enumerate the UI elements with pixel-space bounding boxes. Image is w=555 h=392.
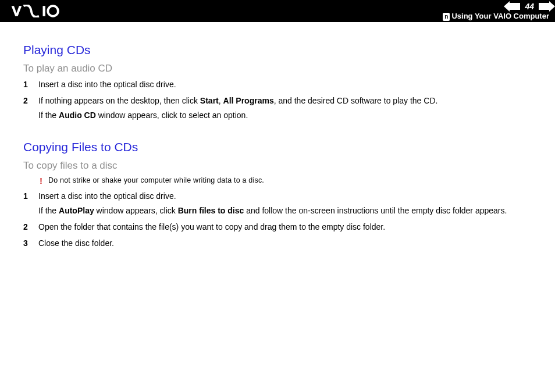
svg-rect-0 [43,6,45,16]
page-number: 44 [525,2,534,11]
step-text: Insert a disc into the optical disc driv… [38,79,542,91]
warning-note: ! Do not strike or shake your computer w… [40,176,542,185]
step-text: Open the folder that contains the file(s… [38,222,542,233]
step-number: 1 [23,79,30,91]
step-number: 2 [23,222,30,233]
svg-point-1 [48,6,58,16]
step-text: Close the disc folder. [38,238,542,250]
subheading-to-play-audio-cd: To play an audio CD [23,63,542,74]
list-item: 1 Insert a disc into the optical disc dr… [23,191,542,217]
list-item: 1 Insert a disc into the optical disc dr… [23,79,542,91]
playing-cds-steps: 1 Insert a disc into the optical disc dr… [23,79,542,122]
vaio-logo [10,5,69,17]
heading-copying-files: Copying Files to CDs [23,140,542,154]
breadcrumb: nUsing Your VAIO Computer [443,12,549,21]
step-number: 1 [23,191,30,217]
list-item: 2 If nothing appears on the desktop, the… [23,95,542,122]
step-number: 2 [23,95,30,122]
copying-files-steps: 1 Insert a disc into the optical disc dr… [23,191,542,249]
warning-text: Do not strike or shake your computer whi… [48,176,264,184]
step-text: If nothing appears on the desktop, then … [38,95,542,122]
next-page-arrow-icon[interactable] [539,3,549,10]
subheading-to-copy-files: To copy files to a disc [23,160,542,172]
warning-icon: ! [40,176,42,185]
header-nav: 44 nUsing Your VAIO Computer [443,0,549,22]
top-bar: 44 nUsing Your VAIO Computer [0,0,555,22]
list-item: 2 Open the folder that contains the file… [23,222,542,233]
heading-playing-cds: Playing CDs [23,43,542,57]
step-number: 3 [23,238,30,250]
prev-page-arrow-icon[interactable] [510,3,520,10]
page-content: Playing CDs To play an audio CD 1 Insert… [0,22,555,272]
list-item: 3 Close the disc folder. [23,238,542,250]
step-text: Insert a disc into the optical disc driv… [38,191,542,217]
